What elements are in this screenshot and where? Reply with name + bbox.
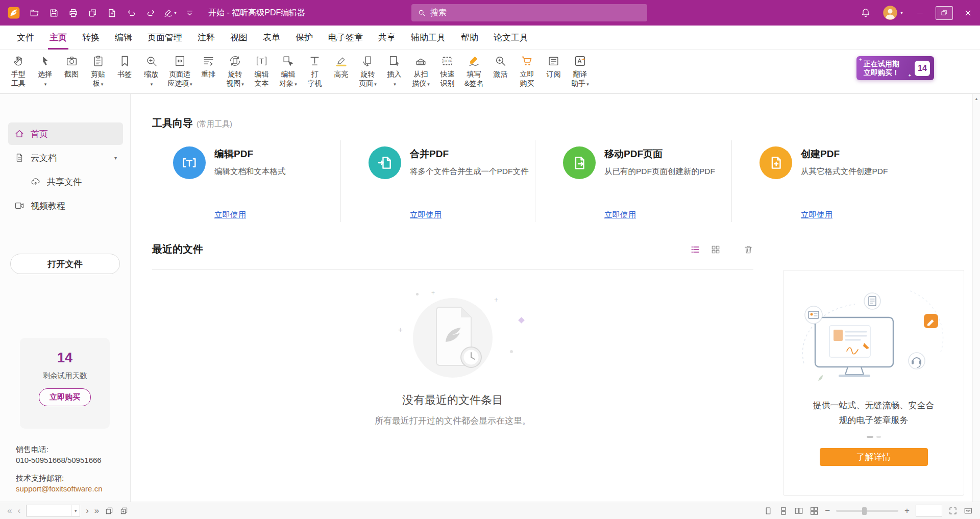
- ribbon-edit-object-button[interactable]: 编辑对象▾: [275, 53, 302, 89]
- menu-item-edit[interactable]: 编辑: [107, 26, 140, 50]
- move-pdf-pages-use-link[interactable]: 立即使用: [604, 210, 636, 220]
- ribbon-activate-button[interactable]: 激活: [487, 53, 514, 79]
- ribbon-zoom-button[interactable]: 缩放▾: [138, 53, 164, 89]
- ribbon-select-button[interactable]: 选择▾: [32, 53, 58, 89]
- zoom-slider[interactable]: [836, 507, 898, 515]
- ribbon-bookmark-button[interactable]: 书签: [111, 53, 138, 79]
- open-file-button[interactable]: 打开文件: [10, 254, 120, 274]
- ribbon-snapshot-button[interactable]: 截图: [58, 53, 85, 79]
- ribbon-page-fit-options-button[interactable]: 页面适应选项▾: [164, 53, 195, 89]
- menu-item-form[interactable]: 表单: [255, 26, 288, 50]
- grid-view-button[interactable]: [710, 244, 721, 255]
- carousel-dot-active[interactable]: [867, 436, 873, 438]
- continuous-view-button[interactable]: [779, 506, 788, 515]
- notifications-button[interactable]: [854, 0, 877, 26]
- carousel-dot[interactable]: [876, 436, 881, 438]
- ribbon-rotate-pages-label: 旋转页面▾: [359, 69, 377, 89]
- ribbon-translate-assistant-button[interactable]: 翻译助手▾: [567, 53, 594, 89]
- ribbon-rotate-view-button[interactable]: 旋转视图▾: [222, 53, 249, 89]
- trial-purchase-badge[interactable]: ✦ ✦ 正在试用期 立即购买！ 14: [856, 56, 934, 80]
- ribbon-insert-button[interactable]: 插入▾: [381, 53, 408, 89]
- menu-item-protect[interactable]: 保护: [288, 26, 321, 50]
- list-view-button[interactable]: [690, 244, 700, 255]
- customize-toolbar-button[interactable]: [180, 0, 199, 26]
- minimize-button[interactable]: [908, 0, 932, 26]
- restore-button[interactable]: [932, 0, 956, 26]
- sidebar-item-home[interactable]: 首页: [8, 122, 123, 145]
- undo-button[interactable]: [121, 0, 141, 26]
- ribbon-typewriter-button[interactable]: 打字机: [302, 53, 328, 88]
- page-combo-caret-icon[interactable]: ▾: [71, 505, 80, 516]
- zoom-level-input[interactable]: [916, 505, 942, 516]
- zoom-in-button[interactable]: +: [904, 506, 910, 515]
- ribbon-from-scanner-button[interactable]: 从扫描仪▾: [408, 53, 434, 89]
- ribbon-fill-sign-button[interactable]: 填写&签名: [461, 53, 487, 88]
- ribbon-clipboard-button[interactable]: 剪贴板▾: [85, 53, 111, 89]
- export-button[interactable]: [102, 0, 121, 26]
- sidebar-item-shared-files[interactable]: 共享文件: [24, 170, 123, 193]
- zoom-slider-track[interactable]: [836, 510, 898, 512]
- merge-pdf-card: 合并PDF将多个文件合并生成一个PDF文件立即使用: [340, 140, 535, 222]
- menu-item-accessibility[interactable]: 辅助工具: [403, 26, 453, 50]
- buy-now-button[interactable]: 立即购买: [39, 388, 91, 406]
- ribbon-reflow-button[interactable]: 重排: [195, 53, 222, 79]
- menu-item-file[interactable]: 文件: [9, 26, 42, 50]
- dropdown-caret-icon: ▾: [151, 82, 153, 87]
- page-number-combo[interactable]: ▾: [26, 505, 80, 516]
- menu-item-comment[interactable]: 注释: [190, 26, 223, 50]
- menu-item-help[interactable]: 帮助: [453, 26, 486, 50]
- trial-days-left: 14: [915, 61, 930, 76]
- continuous-facing-view-button[interactable]: [810, 506, 819, 515]
- next-page-button[interactable]: ›: [86, 506, 89, 515]
- search-input[interactable]: [430, 8, 641, 17]
- last-page-button[interactable]: »: [94, 506, 99, 515]
- search-box[interactable]: [411, 4, 647, 21]
- esign-button[interactable]: ▾: [160, 0, 180, 26]
- full-screen-button[interactable]: [948, 506, 958, 515]
- page-number-input[interactable]: [27, 507, 71, 515]
- ribbon-edit-text-button[interactable]: 编辑文本: [249, 53, 275, 88]
- edit-pdf-use-link[interactable]: 立即使用: [214, 210, 246, 220]
- sidebar-item-video-tutorials[interactable]: 视频教程: [8, 194, 123, 217]
- ribbon-quick-ocr-button[interactable]: OCR快速识别: [434, 53, 461, 88]
- support-email-link[interactable]: support@foxitsoftware.cn: [16, 483, 130, 494]
- copy-page-button[interactable]: [83, 0, 102, 26]
- ribbon-buy-now-button[interactable]: 立即购买: [514, 53, 541, 88]
- menu-item-page-manage[interactable]: 页面管理: [140, 26, 190, 50]
- prev-page-button[interactable]: ‹: [17, 506, 20, 515]
- single-page-view-button[interactable]: [764, 506, 773, 515]
- merge-pdf-use-link[interactable]: 立即使用: [410, 210, 442, 220]
- zoom-out-button[interactable]: −: [825, 506, 830, 515]
- zoom-slider-thumb[interactable]: [862, 507, 867, 515]
- menu-item-share[interactable]: 共享: [371, 26, 403, 50]
- ribbon-hand-tool-button[interactable]: 手型工具: [5, 53, 32, 88]
- snapshot-button[interactable]: [105, 506, 114, 515]
- duplicate-page-button[interactable]: [119, 506, 129, 515]
- close-button[interactable]: [956, 0, 980, 26]
- first-page-button[interactable]: «: [7, 506, 12, 515]
- open-file-button[interactable]: [24, 0, 44, 26]
- ribbon-bookmark-label: 书签: [117, 69, 132, 79]
- menu-item-home[interactable]: 主页: [42, 26, 75, 50]
- account-button[interactable]: ▾: [877, 0, 908, 26]
- facing-view-button[interactable]: [794, 506, 803, 515]
- menu-item-view[interactable]: 视图: [223, 26, 255, 50]
- redo-button[interactable]: [141, 0, 160, 26]
- sidebar-item-cloud-docs[interactable]: 云文档▾: [8, 146, 123, 169]
- clear-recent-button[interactable]: [743, 244, 753, 255]
- ribbon-toolbar: 手型工具选择▾截图剪贴板▾书签缩放▾页面适应选项▾重排旋转视图▾编辑文本编辑对象…: [0, 50, 980, 94]
- ribbon-highlight-button[interactable]: 高亮: [328, 53, 355, 79]
- fit-width-button[interactable]: [964, 506, 973, 515]
- menu-item-esign[interactable]: 电子签章: [321, 26, 371, 50]
- vertical-scrollbar[interactable]: ▴: [972, 94, 980, 502]
- ribbon-rotate-pages-button[interactable]: 旋转页面▾: [355, 53, 381, 89]
- ribbon-subscribe-button[interactable]: 订阅: [541, 53, 567, 79]
- learn-more-button[interactable]: 了解详情: [820, 448, 928, 466]
- menu-item-convert[interactable]: 转换: [75, 26, 107, 50]
- foxit-logo-icon[interactable]: [7, 6, 20, 19]
- menu-item-paper-tools[interactable]: 论文工具: [486, 26, 536, 50]
- scroll-up-arrow-icon[interactable]: ▴: [973, 94, 980, 101]
- save-button[interactable]: [44, 0, 63, 26]
- print-button[interactable]: [63, 0, 83, 26]
- create-pdf-use-link[interactable]: 立即使用: [801, 210, 832, 220]
